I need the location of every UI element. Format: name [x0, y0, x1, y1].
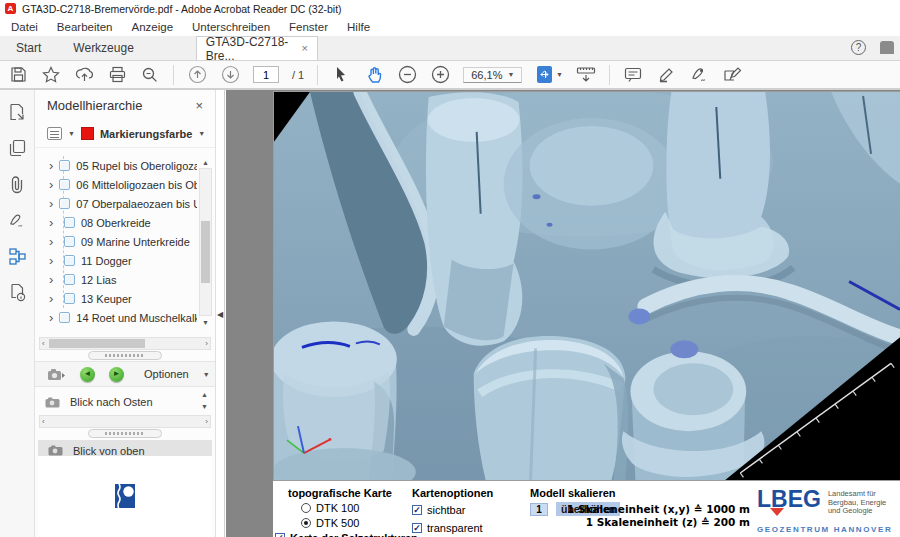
collapse-left-icon[interactable]: ◀: [217, 310, 223, 319]
list-options-icon[interactable]: [47, 127, 62, 140]
tree-item[interactable]: ›06 Mitteloligozaen bis Obere: [49, 175, 197, 194]
search-icon[interactable]: [140, 65, 160, 85]
tree-item[interactable]: ›12 Lias: [49, 270, 197, 289]
chevron-right-icon[interactable]: ›: [49, 273, 58, 286]
menu-datei[interactable]: Datei: [11, 21, 38, 33]
3d-model-view[interactable]: [273, 91, 900, 481]
scroll-down-icon[interactable]: ▼: [198, 402, 211, 412]
tree-item[interactable]: ›05 Rupel bis Oberoligozaen: [49, 156, 197, 175]
node-checkbox[interactable]: [64, 255, 75, 266]
save-icon[interactable]: [8, 65, 28, 85]
node-checkbox[interactable]: [59, 179, 70, 190]
scrollbar-thumb[interactable]: [201, 221, 210, 283]
comment-icon[interactable]: [623, 65, 643, 85]
view-item-blick-nach-osten[interactable]: Blick nach Osten: [45, 391, 153, 413]
chevron-right-icon[interactable]: ›: [49, 197, 53, 210]
page-info-icon[interactable]: [7, 282, 27, 302]
tab-werkzeuge[interactable]: Werkzeuge: [57, 36, 149, 60]
node-checkbox[interactable]: [59, 198, 70, 209]
node-checkbox[interactable]: [64, 274, 75, 285]
node-checkbox[interactable]: [64, 217, 75, 228]
camera-animation-icon[interactable]: [47, 368, 66, 381]
tree-vertical-scrollbar[interactable]: [199, 168, 212, 316]
menu-anzeige[interactable]: Anzeige: [131, 21, 173, 33]
scroll-left-icon[interactable]: ‹: [42, 339, 45, 348]
radio-selected-icon[interactable]: [301, 518, 311, 528]
node-checkbox[interactable]: [64, 236, 75, 247]
page-thumbnails-icon[interactable]: [7, 138, 27, 158]
share-icon[interactable]: [74, 65, 94, 85]
print-icon[interactable]: [107, 65, 127, 85]
cursor-icon[interactable]: [331, 65, 351, 85]
checkbox-salt-structures[interactable]: ✓ Karte der Salzstrukturen: [275, 532, 418, 537]
signature-icon[interactable]: [7, 210, 27, 230]
checkbox-visible[interactable]: ✓ sichtbar: [412, 504, 493, 516]
page-up-icon[interactable]: [187, 65, 207, 85]
hand-icon[interactable]: [364, 65, 384, 85]
prev-view-icon[interactable]: ◄: [80, 367, 95, 382]
tree-item[interactable]: ›09 Marine Unterkreide: [49, 232, 197, 251]
chevron-right-icon[interactable]: ›: [49, 216, 58, 229]
scroll-up-icon[interactable]: ▲: [198, 390, 211, 400]
panel-close-icon[interactable]: ×: [195, 98, 203, 113]
radio-icon[interactable]: [301, 503, 311, 513]
menu-unterschreiben[interactable]: Unterschreiben: [192, 21, 270, 33]
check-icon[interactable]: ✓: [412, 505, 422, 515]
next-view-icon[interactable]: ►: [109, 367, 124, 382]
check-icon[interactable]: ✓: [275, 533, 285, 537]
measure-icon[interactable]: [576, 65, 596, 85]
export-pdf-icon[interactable]: [7, 102, 27, 122]
zoom-in-icon[interactable]: [430, 65, 450, 85]
chevron-right-icon[interactable]: ›: [49, 178, 53, 191]
notification-icon[interactable]: [880, 41, 894, 54]
tree-item[interactable]: ›14 Roet und Muschelkalk: [49, 308, 197, 327]
panel-collapse-strip[interactable]: ◀: [216, 90, 225, 537]
chevron-right-icon[interactable]: ›: [49, 292, 58, 305]
views-horizontal-scrollbar[interactable]: ‹›: [39, 415, 211, 428]
model-tree-icon[interactable]: [7, 246, 27, 266]
scrollbar-thumb[interactable]: [49, 339, 145, 348]
views-options-label[interactable]: Optionen: [144, 368, 189, 380]
tab-start[interactable]: Start: [0, 36, 57, 60]
star-icon[interactable]: [41, 65, 61, 85]
sign-icon[interactable]: [689, 65, 709, 85]
marker-color-label[interactable]: Markierungsfarbe: [100, 128, 192, 140]
tree-item[interactable]: ›13 Keuper: [49, 289, 197, 308]
radio-dtk500[interactable]: DTK 500: [288, 517, 418, 529]
attachment-icon[interactable]: [7, 174, 27, 194]
scroll-left-icon[interactable]: ‹: [42, 417, 45, 426]
chevron-right-icon[interactable]: ›: [49, 311, 53, 324]
checkbox-transparent[interactable]: ✓ transparent: [412, 522, 493, 534]
tree-item[interactable]: ›11 Dogger: [49, 251, 197, 270]
menu-bearbeiten[interactable]: Bearbeiten: [57, 21, 113, 33]
chevron-right-icon[interactable]: ›: [49, 159, 53, 172]
marker-color-swatch[interactable]: [81, 127, 94, 140]
tree-item[interactable]: ›08 Oberkreide: [49, 213, 197, 232]
menu-fenster[interactable]: Fenster: [289, 21, 328, 33]
scroll-down-icon[interactable]: ▼: [199, 318, 212, 328]
scroll-right-icon[interactable]: ›: [205, 417, 208, 426]
chevron-right-icon[interactable]: ›: [49, 254, 58, 267]
scroll-right-icon[interactable]: ›: [205, 339, 208, 348]
node-checkbox[interactable]: [64, 293, 75, 304]
panel-splitter[interactable]: [88, 429, 162, 438]
panel-splitter[interactable]: [88, 351, 162, 360]
help-icon[interactable]: ?: [851, 40, 866, 55]
tree-item[interactable]: ›07 Oberpalaeozaen bis Unter: [49, 194, 197, 213]
chevron-right-icon[interactable]: ›: [49, 235, 58, 248]
node-checkbox[interactable]: [59, 312, 70, 323]
scroll-up-icon[interactable]: ▲: [199, 158, 212, 168]
zoom-level-dropdown[interactable]: 66,1% ▼: [463, 67, 522, 83]
scale-value-input[interactable]: [530, 503, 548, 516]
zoom-out-icon[interactable]: [397, 65, 417, 85]
node-checkbox[interactable]: [59, 160, 70, 171]
radio-dtk100[interactable]: DTK 100: [288, 502, 418, 514]
page-down-icon[interactable]: [220, 65, 240, 85]
tab-document[interactable]: GTA3D-C2718-Bre... ×: [196, 36, 318, 60]
menu-hilfe[interactable]: Hilfe: [347, 21, 370, 33]
fit-page-icon[interactable]: ▼: [535, 65, 563, 85]
highlight-icon[interactable]: [656, 65, 676, 85]
fill-sign-icon[interactable]: [722, 65, 742, 85]
check-icon[interactable]: ✓: [412, 523, 422, 533]
tree-horizontal-scrollbar[interactable]: ‹›: [39, 337, 211, 350]
